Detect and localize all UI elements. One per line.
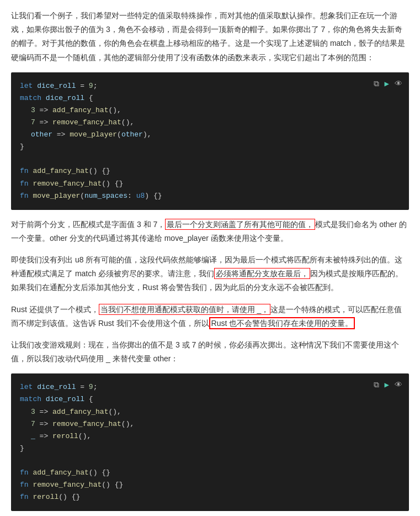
code-line: let dice_roll = 9;: [20, 80, 400, 92]
run-icon-1[interactable]: ▶: [385, 78, 389, 91]
highlight-underscore: 当我们不想使用通配模式获取的值时，请使用 _，: [99, 304, 271, 315]
code-line: 7 => remove_fancy_hat(),: [20, 117, 400, 129]
intro-paragraph: 让我们看一个例子，我们希望对一些特定的值采取特殊操作，而对其他的值采取默认操作。…: [11, 9, 409, 65]
code-line: let dice_roll = 9;: [20, 381, 400, 393]
copy-icon-1[interactable]: ⧉: [374, 78, 379, 91]
code-line: [20, 455, 400, 467]
code-line: fn add_fancy_hat() {}: [20, 467, 400, 479]
eye-icon-2[interactable]: 👁: [395, 379, 402, 392]
paragraph-4: Rust 还提供了一个模式，当我们不想使用通配模式获取的值时，请使用 _，这是一…: [11, 303, 409, 330]
eye-icon-1[interactable]: 👁: [395, 78, 402, 91]
code-line: other => move_player(other),: [20, 129, 400, 141]
code-line: fn add_fancy_hat() {}: [20, 165, 400, 177]
code-line: [20, 153, 400, 165]
code-line: fn move_player(num_spaces: u8) {}: [20, 190, 400, 202]
code-line: match dice_roll {: [20, 92, 400, 104]
code-line: 3 => add_fancy_hat(),: [20, 406, 400, 418]
highlight-must-last: 必须将通配分支放在最后，: [214, 268, 310, 279]
code-line: match dice_roll {: [20, 393, 400, 406]
code-line: 7 => remove_fancy_hat(),: [20, 418, 400, 430]
code-line: _ => reroll(),: [20, 430, 400, 443]
code-icons-2: ⧉ ▶ 👁: [374, 379, 402, 392]
paragraph-3: 即使我们没有列出 u8 所有可能的值，这段代码依然能够编译，因为最后一个模式将匹…: [11, 253, 409, 295]
run-icon-2[interactable]: ▶: [385, 379, 389, 392]
code-line: }: [20, 443, 400, 455]
code-icons-1: ⧉ ▶ 👁: [374, 78, 402, 91]
highlight-last-branch: 最后一个分支则涵盖了所有其他可能的值，: [165, 219, 315, 230]
code-block-2: ⧉ ▶ 👁 let dice_roll = 9; match dice_roll…: [11, 373, 409, 511]
code-line: }: [20, 141, 400, 153]
code-line: fn remove_fancy_hat() {}: [20, 479, 400, 491]
paragraph-5: 让我们改变游戏规则：现在，当你掷出的值不是 3 或 7 的时候，你必须再次掷出。…: [11, 338, 409, 366]
highlight-no-warning: Rust 也不会警告我们存在未使用的变量。: [209, 317, 355, 329]
copy-icon-2[interactable]: ⧉: [374, 379, 379, 392]
code-block-1: ⧉ ▶ 👁 let dice_roll = 9; match dice_roll…: [11, 72, 409, 210]
paragraph-2: 对于前两个分支，匹配模式是字面值 3 和 7，最后一个分支则涵盖了所有其他可能的…: [11, 218, 409, 245]
code-line: fn remove_fancy_hat() {}: [20, 178, 400, 190]
code-line: 3 => add_fancy_hat(),: [20, 104, 400, 117]
code-line: fn reroll() {}: [20, 491, 400, 503]
